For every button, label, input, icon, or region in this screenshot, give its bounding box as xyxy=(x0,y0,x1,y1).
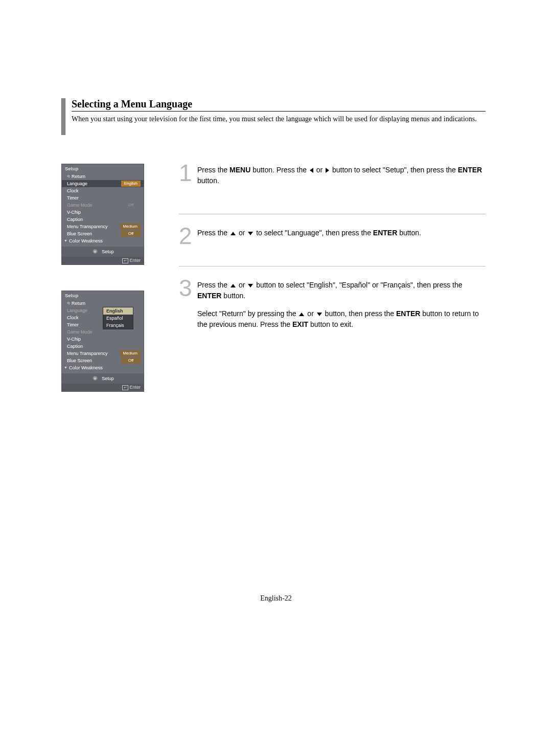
menu-item-blue-screen[interactable]: Blue Screen Off xyxy=(62,230,144,237)
enter-label: Enter xyxy=(129,258,141,263)
menu-item-game-mode: Game Mode Off xyxy=(62,202,144,209)
return-icon: ⟲ xyxy=(67,300,70,306)
left-arrow-icon xyxy=(310,168,313,173)
gear-icon xyxy=(91,248,99,255)
menu-footer: Setup xyxy=(62,247,144,257)
menu-item-label: Menu Transparency xyxy=(67,350,120,357)
menu-item-color-weakness[interactable]: ▼ Color Weakness xyxy=(62,364,144,371)
menu-item-label: Return xyxy=(72,173,141,180)
menu-item-timer[interactable]: Timer xyxy=(62,194,144,202)
menu-item-caption[interactable]: Caption xyxy=(62,343,144,350)
down-arrow-icon xyxy=(248,232,253,235)
menu-item-label: Menu Transparency xyxy=(67,224,120,230)
menu-title: Setup xyxy=(62,164,144,173)
menu-item-label: Game Mode xyxy=(67,202,121,208)
menu-item-blue-screen[interactable]: Blue Screen Off xyxy=(62,357,144,364)
menu-item-label: Return xyxy=(72,300,141,306)
menu-footer: Setup xyxy=(62,373,144,384)
step-2: 2 Press the or to select "Language", the… xyxy=(179,227,486,266)
gear-icon xyxy=(91,375,99,382)
setup-menu-panel-1: Setup ⟲ Return Language English Clock Ti… xyxy=(61,164,144,265)
dropdown-option-francais[interactable]: Français xyxy=(103,322,133,329)
menu-item-value: Off xyxy=(121,202,141,208)
down-arrow-icon xyxy=(248,284,253,287)
menu-item-clock[interactable]: Clock xyxy=(62,187,144,194)
return-icon: ⟲ xyxy=(67,173,70,180)
menu-item-label: Language xyxy=(67,181,121,187)
enter-label: Enter xyxy=(129,385,141,390)
menu-footer-label: Setup xyxy=(102,376,114,381)
menu-item-value: Off xyxy=(121,231,141,237)
menu-item-value: English xyxy=(121,181,141,187)
menu-item-language[interactable]: Language English xyxy=(62,180,144,187)
title-rule xyxy=(72,111,486,112)
step-number: 3 xyxy=(179,279,197,337)
menu-item-return[interactable]: ⟲ Return xyxy=(62,173,144,180)
step-3: 3 Press the or button to select "English… xyxy=(179,279,486,358)
menu-item-color-weakness[interactable]: ▼ Color Weakness xyxy=(62,237,144,244)
more-down-icon: ▼ xyxy=(64,365,67,371)
menu-item-label: Caption xyxy=(67,216,141,223)
intro-text: When you start using your television for… xyxy=(72,115,486,124)
decorative-sidebar xyxy=(61,98,65,135)
page-number: English-22 xyxy=(0,594,552,603)
more-down-icon: ▼ xyxy=(64,238,67,244)
menu-item-transparency[interactable]: Menu Transparency Medium xyxy=(62,223,144,230)
up-arrow-icon xyxy=(299,313,304,316)
menu-title: Setup xyxy=(62,291,144,300)
step-text: Press the or button to select "English",… xyxy=(197,279,486,337)
menu-item-label: Color Weakness xyxy=(69,238,141,244)
menu-item-label: V-Chip xyxy=(67,336,141,342)
up-arrow-icon xyxy=(231,284,236,287)
menu-item-label: Blue Screen xyxy=(67,231,121,237)
menu-enter-hint: ↵Enter xyxy=(62,384,144,391)
enter-icon: ↵ xyxy=(122,258,128,263)
setup-menu-panel-2: Setup ⟲ Return Language English Español … xyxy=(61,291,144,392)
right-arrow-icon xyxy=(326,168,329,173)
menu-item-vchip[interactable]: V-Chip xyxy=(62,336,144,343)
menu-item-value: Medium xyxy=(120,350,141,357)
menu-item-vchip[interactable]: V-Chip xyxy=(62,209,144,216)
step-number: 2 xyxy=(179,227,197,246)
enter-icon: ↵ xyxy=(122,385,128,390)
menu-item-return[interactable]: ⟲ Return xyxy=(62,300,144,307)
menu-item-label: Timer xyxy=(67,195,141,201)
menu-item-label: V-Chip xyxy=(67,209,141,215)
language-dropdown[interactable]: English Español Français xyxy=(103,307,133,329)
step-text: Press the or to select "Language", then … xyxy=(197,227,421,246)
menu-item-caption[interactable]: Caption xyxy=(62,216,144,223)
menu-item-label: Color Weakness xyxy=(69,365,141,371)
page-title: Selecting a Menu Language xyxy=(72,98,486,110)
down-arrow-icon xyxy=(317,313,322,316)
menu-item-value: Medium xyxy=(120,224,141,230)
step-number: 1 xyxy=(179,164,197,193)
menu-item-value: Off xyxy=(121,358,141,364)
menu-enter-hint: ↵Enter xyxy=(62,257,144,264)
dropdown-option-english[interactable]: English xyxy=(103,307,133,315)
menu-item-label: Blue Screen xyxy=(67,358,121,364)
title-block: Selecting a Menu Language When you start… xyxy=(61,98,486,135)
step-1: 1 Press the MENU button. Press the or bu… xyxy=(179,164,486,214)
menu-footer-label: Setup xyxy=(102,249,114,254)
menu-item-label: Game Mode xyxy=(67,329,141,335)
dropdown-option-espanol[interactable]: Español xyxy=(103,315,133,322)
menu-item-label: Caption xyxy=(67,343,141,349)
menu-item-transparency[interactable]: Menu Transparency Medium xyxy=(62,350,144,357)
menu-item-label: Clock xyxy=(67,188,141,194)
menu-item-game-mode: Game Mode xyxy=(62,328,144,336)
up-arrow-icon xyxy=(231,232,236,235)
step-text: Press the MENU button. Press the or butt… xyxy=(197,164,486,193)
